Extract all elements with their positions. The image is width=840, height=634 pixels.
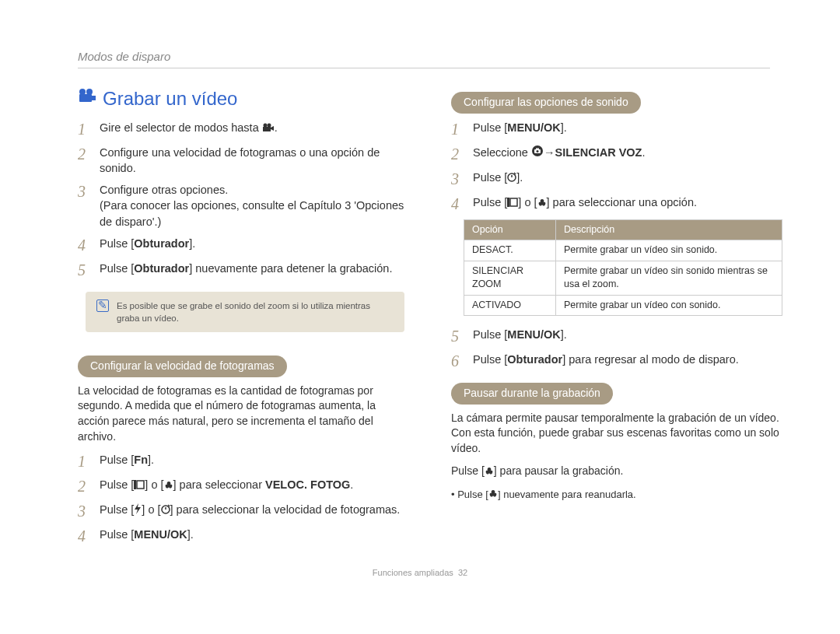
svg-rect-21 — [507, 198, 509, 207]
step-text: Pulse [MENU/OK]. — [473, 120, 793, 135]
svg-marker-7 — [271, 126, 274, 131]
note-text: Es posible que se grabe el sonido del zo… — [117, 299, 394, 324]
flash-icon — [134, 503, 142, 518]
step-text: Gire el selector de modos hasta . — [100, 120, 404, 136]
subheading-sound: Configurar las opciones de sonido — [451, 92, 641, 114]
table-row: DESACT. Permite grabar un vídeo sin soni… — [464, 240, 782, 261]
timer-icon — [507, 170, 516, 186]
pause-instruction: Pulse [] para pausar la grabación. — [451, 464, 793, 479]
video-camera-icon — [78, 86, 96, 110]
macro-icon — [164, 478, 173, 493]
svg-marker-10 — [135, 503, 141, 514]
svg-point-5 — [267, 123, 271, 127]
step-text: Configure otras opciones. (Para conocer … — [100, 182, 404, 229]
step-text: Pulse [] o [] para seleccionar VELOC. FO… — [100, 477, 404, 493]
step-number: 3 — [78, 182, 90, 201]
macro-icon — [537, 195, 547, 211]
svg-rect-3 — [92, 96, 96, 100]
svg-rect-17 — [536, 149, 539, 150]
step-number: 2 — [78, 145, 90, 163]
display-icon — [134, 478, 145, 493]
step-text: Configure una velocidad de fotogramas o … — [100, 145, 404, 177]
framerate-description: La velocidad de fotogramas es la cantida… — [78, 384, 404, 444]
table-head-option: Opción — [464, 219, 556, 240]
step-text: Pulse [MENU/OK]. — [100, 527, 404, 542]
note-box: ✎ Es posible que se grabe el sonido del … — [86, 292, 404, 332]
step-number: 1 — [78, 452, 90, 471]
sound-steps-continued: 5 Pulse [MENU/OK]. 6 Pulse [Obturador] p… — [451, 327, 793, 370]
footer: Funciones ampliadas 32 — [47, 567, 793, 579]
subheading-pause: Pausar durante la grabación — [451, 383, 613, 405]
svg-point-16 — [536, 150, 538, 152]
svg-rect-8 — [134, 480, 136, 489]
step-text: Pulse [] o [] para seleccionar la veloci… — [100, 502, 404, 518]
sound-steps: 1 Pulse [MENU/OK]. 2 Seleccione → SILENC… — [451, 120, 793, 213]
step-text: Pulse []. — [473, 170, 793, 186]
step-number: 5 — [451, 327, 464, 345]
subheading-framerate: Configurar la velocidad de fotogramas — [78, 356, 287, 377]
step-text: Pulse [Obturador]. — [100, 236, 404, 251]
step-number: 2 — [451, 145, 464, 163]
step-number: 5 — [78, 261, 90, 279]
title-row: Grabar un vídeo — [78, 86, 404, 112]
camera-circle-icon — [531, 145, 544, 161]
step-number: 1 — [451, 120, 464, 138]
pause-description: La cámara permite pausar temporalmente l… — [451, 411, 793, 457]
svg-rect-2 — [79, 94, 92, 102]
resume-bullet: • Pulse [] nuevamente para reanudarla. — [451, 488, 793, 503]
step-text: Seleccione → SILENCIAR VOZ. — [473, 145, 793, 162]
step-text: Pulse [Fn]. — [100, 452, 404, 468]
display-icon — [507, 195, 518, 211]
info-icon: ✎ — [96, 299, 109, 312]
step-text: Pulse [MENU/OK]. — [473, 327, 793, 342]
fn-steps: 1 Pulse [Fn]. 2 Pulse [] o [] para selec… — [78, 452, 404, 545]
svg-rect-22 — [510, 198, 517, 206]
step-number: 3 — [78, 502, 90, 520]
svg-rect-9 — [137, 481, 144, 489]
macro-icon — [488, 488, 498, 502]
step-number: 2 — [78, 477, 90, 496]
macro-icon — [485, 464, 494, 480]
step-text: Pulse [] o [] para seleccionar una opció… — [473, 194, 793, 211]
main-steps: 1 Gire el selector de modos hasta . 2 Co… — [78, 120, 404, 279]
step-number: 4 — [451, 194, 464, 213]
timer-icon — [161, 503, 170, 518]
step-number: 4 — [78, 236, 90, 254]
step-number: 4 — [78, 527, 90, 545]
svg-point-4 — [263, 123, 267, 127]
step-number: 3 — [451, 170, 464, 188]
table-row: SILENCIAR ZOOM Permite grabar un vídeo s… — [464, 261, 782, 295]
page-title: Grabar un vídeo — [103, 86, 237, 112]
svg-point-0 — [79, 89, 86, 95]
svg-point-1 — [86, 89, 93, 95]
step-text: Pulse [Obturador] para regresar al modo … — [473, 352, 793, 367]
section-header: Modos de disparo — [78, 48, 793, 65]
step-number: 6 — [451, 352, 464, 370]
divider — [78, 68, 770, 68]
table-head-desc: Descripción — [555, 219, 782, 240]
video-mode-icon — [262, 121, 275, 136]
options-table: Opción Descripción DESACT. Permite graba… — [464, 219, 782, 317]
svg-rect-6 — [263, 127, 271, 131]
table-row: ACTIVADO Permite grabar un vídeo con son… — [464, 295, 782, 316]
step-number: 1 — [78, 120, 90, 138]
step-text: Pulse [Obturador] nuevamente para detene… — [100, 261, 404, 276]
